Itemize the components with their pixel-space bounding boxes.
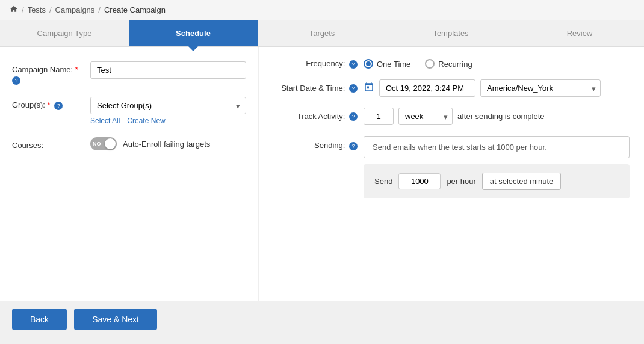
recurring-option[interactable]: Recurring — [425, 59, 472, 69]
date-time-input[interactable] — [379, 79, 475, 97]
recurring-radio[interactable] — [425, 59, 435, 69]
toggle-state-label: NO — [93, 141, 101, 147]
wizard-tabs: Campaign Type Schedule Targets Templates… — [0, 20, 644, 47]
start-datetime-label: Start Date & Time: ? — [273, 84, 358, 93]
groups-row: Group(s): * ? Select Group(s) ▾ Select A… — [12, 97, 246, 125]
right-panel: Frequency: ? One Time Recurring Start Da… — [259, 47, 644, 301]
datetime-controls: America/New_York America/Chicago America… — [364, 79, 601, 97]
main-content: Campaign Name: * ? Group(s): * ? Select … — [0, 47, 644, 301]
frequency-radio-group: One Time Recurring — [364, 59, 472, 69]
breadcrumb-separator-1: / — [22, 5, 24, 14]
track-unit-select[interactable]: week day hour minute month — [398, 108, 453, 125]
breadcrumb-separator-2: / — [49, 5, 52, 14]
campaign-name-label: Campaign Name: * ? — [12, 61, 90, 85]
track-activity-row: Track Activity: ? week day hour minute m… — [273, 108, 630, 125]
breadcrumb-campaigns[interactable]: Campaigns — [55, 5, 95, 14]
tab-schedule[interactable]: Schedule — [129, 20, 258, 46]
timezone-select[interactable]: America/New_York America/Chicago America… — [480, 79, 601, 97]
groups-select[interactable]: Select Group(s) — [90, 97, 246, 114]
send-label: Send — [374, 177, 392, 186]
frequency-label: Frequency: ? — [273, 59, 358, 69]
one-time-label: One Time — [377, 60, 410, 69]
left-panel: Campaign Name: * ? Group(s): * ? Select … — [0, 47, 259, 301]
home-icon[interactable] — [10, 5, 18, 15]
start-datetime-row: Start Date & Time: ? America/New_York Am… — [273, 79, 630, 97]
toggle-row: NO Auto-Enroll failing targets — [90, 137, 246, 150]
back-button[interactable]: Back — [12, 309, 67, 330]
campaign-name-row: Campaign Name: * ? — [12, 61, 246, 85]
frequency-row: Frequency: ? One Time Recurring — [273, 59, 630, 69]
sending-description-text: Send emails when the test starts at 1000… — [373, 143, 547, 152]
required-marker: * — [75, 65, 78, 74]
breadcrumb-separator-3: / — [98, 5, 101, 14]
track-unit-wrapper: week day hour minute month ▾ — [398, 108, 453, 125]
timezone-wrapper: America/New_York America/Chicago America… — [480, 79, 601, 97]
after-sending-text: after sending is complete — [457, 112, 545, 121]
auto-enroll-toggle[interactable]: NO — [90, 137, 117, 150]
select-all-link[interactable]: Select All — [90, 117, 120, 125]
sending-content: Send emails when the test starts at 1000… — [364, 136, 630, 198]
save-next-button[interactable]: Save & Next — [74, 309, 157, 330]
recurring-label: Recurring — [438, 60, 472, 69]
auto-enroll-label: Auto-Enroll failing targets — [123, 140, 210, 149]
per-hour-label: per hour — [447, 177, 475, 186]
groups-links: Select All Create New — [90, 117, 246, 125]
breadcrumb-tests[interactable]: Tests — [28, 5, 46, 14]
track-activity-help-icon[interactable]: ? — [349, 112, 358, 121]
toggle-thumb — [105, 138, 116, 149]
tab-campaign-type[interactable]: Campaign Type — [0, 20, 129, 46]
sending-label: Sending: ? — [273, 136, 358, 150]
tab-templates[interactable]: Templates — [386, 20, 515, 46]
campaign-name-input[interactable] — [90, 61, 246, 79]
groups-control: Select Group(s) ▾ Select All Create New — [90, 97, 246, 125]
start-datetime-help-icon[interactable]: ? — [349, 84, 358, 93]
campaign-name-help-icon[interactable]: ? — [12, 76, 20, 85]
sending-description-box: Send emails when the test starts at 1000… — [364, 136, 630, 158]
track-activity-controls: week day hour minute month ▾ after sendi… — [364, 108, 545, 125]
track-num-input[interactable] — [364, 108, 394, 125]
at-selected-minute: at selected minute — [482, 173, 562, 190]
courses-control: NO Auto-Enroll failing targets — [90, 137, 246, 150]
tab-targets[interactable]: Targets — [258, 20, 386, 46]
breadcrumb: / Tests / Campaigns / Create Campaign — [0, 0, 644, 20]
courses-row: Courses: NO Auto-Enroll failing targets — [12, 137, 246, 150]
one-time-option[interactable]: One Time — [364, 59, 410, 69]
frequency-help-icon[interactable]: ? — [349, 60, 358, 69]
tab-review[interactable]: Review — [515, 20, 644, 46]
send-rate-section: Send per hour at selected minute — [364, 164, 630, 198]
groups-label: Group(s): * ? — [12, 97, 90, 110]
sending-help-icon[interactable]: ? — [349, 142, 358, 150]
groups-select-wrapper: Select Group(s) ▾ — [90, 97, 246, 114]
calendar-icon[interactable] — [364, 82, 374, 95]
groups-help-icon[interactable]: ? — [54, 102, 63, 110]
breadcrumb-current: Create Campaign — [104, 5, 166, 14]
send-rate-input[interactable] — [398, 173, 441, 189]
courses-label: Courses: — [12, 137, 90, 150]
campaign-name-control — [90, 61, 246, 79]
track-activity-label: Track Activity: ? — [273, 112, 358, 121]
one-time-radio[interactable] — [364, 59, 373, 69]
create-new-link[interactable]: Create New — [127, 117, 165, 125]
footer: Back Save & Next — [0, 301, 644, 337]
sending-row: Sending: ? Send emails when the test sta… — [273, 136, 630, 198]
